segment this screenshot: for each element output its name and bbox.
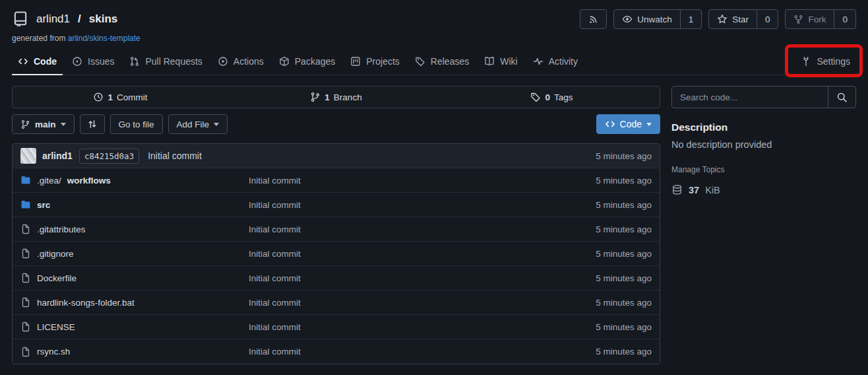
search-input[interactable]	[672, 86, 828, 108]
file-row[interactable]: DockerfileInitial commit5 minutes ago	[13, 266, 660, 290]
package-icon	[279, 56, 290, 67]
star-button-group: Star 0	[708, 9, 778, 29]
history-icon	[93, 92, 104, 102]
commit-message[interactable]: Initial commit	[148, 151, 202, 161]
file-commit-message[interactable]: Initial commit	[249, 273, 596, 283]
unwatch-button[interactable]: Unwatch	[614, 10, 680, 28]
file-row[interactable]: rsync.shInitial commit5 minutes ago	[13, 339, 660, 364]
tab-settings[interactable]: Settings	[795, 50, 856, 75]
file-icon	[20, 297, 31, 308]
sidebar: Description No description provided Mana…	[671, 86, 856, 195]
file-name-cell[interactable]: Dockerfile	[20, 273, 249, 283]
rss-button[interactable]	[580, 9, 607, 29]
file-commit-message[interactable]: Initial commit	[249, 347, 596, 357]
repo-owner-link[interactable]: arlind1	[36, 13, 70, 26]
description-heading: Description	[671, 121, 856, 133]
file-name-cell[interactable]: src	[20, 199, 249, 210]
file-commit-time: 5 minutes ago	[596, 298, 652, 308]
latest-commit-row: arlind1 c84215d0a3 Initial commit 5 minu…	[13, 144, 660, 168]
file-name: LICENSE	[37, 322, 75, 332]
tab-actions[interactable]: Actions	[212, 50, 270, 75]
file-row[interactable]: LICENSEInitial commit5 minutes ago	[13, 315, 660, 339]
file-name-cell[interactable]: .gitea/workflows	[20, 175, 249, 186]
rss-icon	[588, 15, 598, 24]
tools-icon	[801, 56, 811, 67]
file-commit-time: 5 minutes ago	[596, 249, 652, 259]
star-button[interactable]: Star	[709, 10, 757, 28]
file-commit-time: 5 minutes ago	[596, 322, 652, 332]
file-commit-message[interactable]: Initial commit	[249, 224, 596, 234]
commit-author[interactable]: arlind1	[42, 151, 73, 161]
file-commit-message[interactable]: Initial commit	[249, 298, 596, 308]
repo-title-separator: /	[77, 13, 82, 26]
file-table-body: .gitea/workflowsInitial commit5 minutes …	[13, 168, 660, 364]
folder-icon	[20, 175, 31, 186]
file-name-cell[interactable]: .gitignore	[20, 248, 249, 259]
file-name-cell[interactable]: hardlink-songs-folder.bat	[20, 297, 249, 308]
compare-button[interactable]	[80, 114, 105, 134]
file-commit-message[interactable]: Initial commit	[249, 249, 596, 259]
repo-tabbar: Code Issues Pull Requests Actions Packag…	[12, 50, 856, 75]
avatar[interactable]	[20, 148, 36, 164]
generated-from-label: generated from	[12, 34, 65, 43]
file-name-cell[interactable]: .gitattributes	[20, 224, 249, 234]
file-name: .gitignore	[37, 249, 74, 259]
file-row[interactable]: .gitattributesInitial commit5 minutes ag…	[13, 217, 660, 242]
branches-stat[interactable]: 1Branch	[228, 86, 444, 108]
watchers-count[interactable]: 1	[680, 10, 702, 28]
file-icon	[20, 347, 31, 357]
search-button[interactable]	[828, 86, 855, 108]
file-commit-time: 5 minutes ago	[596, 273, 652, 283]
file-commit-message[interactable]: Initial commit	[249, 176, 596, 186]
tab-pull-requests[interactable]: Pull Requests	[123, 50, 208, 75]
tab-issues[interactable]: Issues	[66, 50, 120, 75]
repo-header: arlind1/skins Unwatch	[12, 9, 856, 29]
template-repo-link[interactable]: arlind/skins-template	[68, 34, 140, 43]
tags-stat[interactable]: 0Tags	[444, 86, 660, 108]
commits-stat[interactable]: 1Commit	[13, 86, 228, 108]
tab-packages[interactable]: Packages	[273, 50, 341, 75]
tab-code[interactable]: Code	[12, 50, 63, 75]
chevron-down-icon	[646, 123, 652, 126]
tab-releases[interactable]: Releases	[409, 50, 475, 75]
branch-selector[interactable]: main	[12, 114, 75, 134]
repo-toolbar: main Go to file Add File	[12, 114, 660, 134]
file-row[interactable]: hardlink-songs-folder.batInitial commit5…	[13, 290, 660, 315]
tab-projects[interactable]: Projects	[344, 50, 406, 75]
forks-count[interactable]: 0	[834, 10, 855, 28]
watch-button-group: Unwatch 1	[613, 9, 702, 29]
file-row[interactable]: .gitea/workflowsInitial commit5 minutes …	[13, 168, 660, 193]
project-board-icon	[350, 56, 361, 67]
branch-icon	[310, 92, 321, 102]
file-name-cell[interactable]: LICENSE	[20, 322, 249, 332]
tag-icon	[530, 92, 541, 102]
book-icon	[484, 56, 495, 67]
commit-hash-badge[interactable]: c84215d0a3	[79, 149, 139, 164]
add-file-button[interactable]: Add File	[168, 114, 228, 134]
fork-button[interactable]: Fork	[786, 10, 834, 28]
file-row[interactable]: srcInitial commit5 minutes ago	[13, 193, 660, 217]
file-commit-message[interactable]: Initial commit	[249, 322, 596, 332]
star-icon	[717, 14, 728, 24]
file-row[interactable]: .gitignoreInitial commit5 minutes ago	[13, 242, 660, 266]
code-download-button[interactable]: Code	[596, 114, 660, 134]
tab-activity[interactable]: Activity	[527, 50, 584, 75]
file-commit-message[interactable]: Initial commit	[249, 200, 596, 210]
repo-content: 1Commit 1Branch 0Tags	[12, 86, 856, 364]
repo-icon	[12, 11, 29, 28]
file-name: rsync.sh	[37, 347, 70, 357]
issue-icon	[72, 56, 82, 67]
stars-count[interactable]: 0	[757, 10, 778, 28]
tab-wiki[interactable]: Wiki	[478, 50, 523, 75]
file-name-cell[interactable]: rsync.sh	[20, 347, 249, 357]
file-icon	[20, 224, 31, 234]
repo-name-link[interactable]: skins	[89, 13, 117, 26]
repo-stats-bar: 1Commit 1Branch 0Tags	[12, 86, 660, 108]
repo-size-unit: KiB	[705, 185, 720, 195]
file-name: .gitattributes	[37, 224, 86, 234]
manage-topics-link[interactable]: Manage Topics	[671, 165, 725, 174]
go-to-file-button[interactable]: Go to file	[110, 114, 163, 134]
branch-icon	[20, 119, 30, 129]
description-text: No description provided	[671, 139, 856, 150]
file-name: workflows	[67, 176, 111, 186]
